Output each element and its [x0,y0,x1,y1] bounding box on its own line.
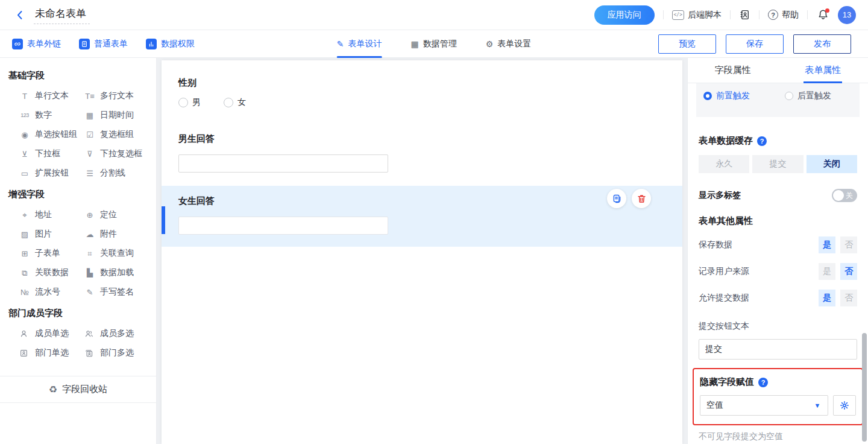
help-button[interactable]: ? 帮助 [768,10,799,21]
backend-script-button[interactable]: </> 后端脚本 [672,10,722,21]
field-item-datetime[interactable]: ▦日期时间 [84,106,156,125]
duplicate-field-button[interactable] [607,189,626,208]
field-item-address[interactable]: ⌖地址 [19,205,84,224]
data-load-icon: ▙ [84,269,95,277]
field-item-signature[interactable]: ✎手写签名 [84,282,156,302]
field-item-subform[interactable]: ⊞子表单 [19,244,84,263]
field-item-dept-multi[interactable]: 部门多选 [84,343,156,363]
field-item-dept-single[interactable]: 部门单选 [19,343,84,363]
notification-dot [825,8,829,13]
delete-field-button[interactable] [632,189,651,208]
tab-form-settings[interactable]: ⚙ 表单设置 [486,30,532,58]
field-female-answer-selected[interactable]: 女生回答 [162,186,682,247]
field-male-answer[interactable]: 男生回答 [178,133,665,173]
radio-pre-trigger[interactable]: 前置触发 [703,90,750,101]
record-source-yes-chip[interactable]: 是 [819,263,835,280]
radio-option-female[interactable]: 女 [224,97,246,108]
form-external-link-button[interactable]: 表单外链 [12,39,61,49]
field-item-divider[interactable]: ☰分割线 [84,163,156,183]
tab-field-properties[interactable]: 字段属性 [688,58,778,83]
chevron-down-icon: ▼ [807,396,828,415]
location-icon: ⊕ [84,211,95,219]
field-item-linked-data[interactable]: ⧉关联数据 [19,263,84,282]
allow-submit-no-chip[interactable]: 否 [840,290,857,306]
help-circle-icon[interactable]: ? [758,378,768,387]
field-gender[interactable]: 性别 男 女 [178,77,665,108]
female-answer-input[interactable] [178,217,388,235]
field-item-number[interactable]: 123数字 [19,106,84,125]
panel-scrollbar[interactable] [862,333,867,442]
field-label: 性别 [178,77,665,89]
radio-post-trigger[interactable]: 后置触发 [785,90,831,101]
code-icon: </> [672,10,684,20]
field-item-multi-line-text[interactable]: T≡多行文本 [84,86,156,106]
allow-submit-row: 允许提交数据 是 否 [699,290,857,306]
serial-number-icon: № [19,288,30,296]
field-item-image[interactable]: ▨图片 [19,224,84,244]
contacts-button[interactable] [739,9,750,21]
field-item-member-single[interactable]: 成员单选 [19,324,84,343]
form-title[interactable]: 未命名表单 [34,5,90,24]
field-recycle-bin-button[interactable]: ♻ 字段回收站 [0,376,156,403]
field-item-linked-query[interactable]: ⌗关联查询 [84,244,156,263]
cache-permanent-button[interactable]: 永久 [699,155,749,173]
app-access-button[interactable]: 应用访问 [594,5,655,25]
multi-tab-toggle[interactable]: 关 [832,189,857,202]
tab-data-management[interactable]: ▦ 数据管理 [410,30,456,58]
select-icon: ⊻ [19,150,30,158]
radio-icon[interactable] [703,92,712,100]
data-permission-button[interactable]: 数据权限 [146,39,195,49]
hidden-field-dropdown[interactable]: 空值 ▼ [700,395,828,416]
cache-close-button[interactable]: 关闭 [807,155,857,173]
field-item-attachment[interactable]: ☁附件 [84,224,156,244]
field-item-single-line-text[interactable]: T单行文本 [19,86,84,106]
multi-select-icon: ⊽ [84,150,95,158]
save-button[interactable]: 保存 [726,34,784,54]
male-answer-input[interactable] [178,154,388,173]
form-canvas[interactable]: 性别 男 女 男生回答 女生回答 [162,60,682,444]
field-item-radio-group[interactable]: ◉单选按钮组 [19,125,84,144]
submit-button-text-label: 提交按钮文本 [699,321,857,332]
field-item-data-load[interactable]: ▙数据加载 [84,263,156,282]
back-button[interactable] [12,7,28,23]
contacts-icon [739,9,750,21]
cache-submit-button[interactable]: 提交 [752,155,803,173]
radio-icon[interactable] [785,92,793,100]
radio-icon[interactable] [224,98,233,107]
subform-icon: ⊞ [19,250,30,258]
save-data-row: 保存数据 是 否 [699,236,857,253]
hidden-field-heading: 隐藏字段赋值 ? [700,376,856,388]
field-item-multi-select[interactable]: ⊽下拉复选框 [84,144,156,163]
copy-icon [612,194,622,204]
normal-form-button[interactable]: 普通表单 [79,39,128,49]
tab-form-design[interactable]: ✎ 表单设计 [337,30,382,58]
field-item-extend-button[interactable]: ▭扩展按钮 [19,163,84,183]
hidden-field-settings-button[interactable] [833,395,856,416]
submit-button-text-input[interactable] [699,339,857,360]
save-data-yes-chip[interactable]: 是 [819,236,835,253]
multi-tab-row: 显示多标签 关 [699,189,857,202]
other-properties-heading: 表单其他属性 [699,215,857,227]
preview-button[interactable]: 预览 [658,34,716,54]
notifications-button[interactable] [816,8,829,22]
trigger-option-box: 前置触发 后置触发 [696,83,860,117]
publish-button[interactable]: 发布 [793,34,851,54]
help-circle-icon[interactable]: ? [757,136,767,146]
field-item-member-multi[interactable]: 成员多选 [84,324,156,343]
field-item-checkbox-group[interactable]: ☑复选框组 [84,125,156,144]
radio-icon[interactable] [178,98,188,107]
recycle-icon: ♻ [49,384,57,395]
field-label: 男生回答 [178,133,665,145]
avatar[interactable]: 13 [838,6,856,24]
tab-form-properties[interactable]: 表单属性 [778,58,868,83]
radio-option-male[interactable]: 男 [178,97,201,108]
allow-submit-yes-chip[interactable]: 是 [819,290,835,306]
field-item-location[interactable]: ⊕定位 [84,205,156,224]
save-data-no-chip[interactable]: 否 [840,236,857,253]
field-item-select[interactable]: ⊻下拉框 [19,144,84,163]
form-toolbar: 表单外链 普通表单 数据权限 ✎ 表单设计 ▦ 数据管理 ⚙ 表单设置 [0,30,868,58]
field-item-serial-number[interactable]: №流水号 [19,282,84,302]
single-line-text-icon: T [19,92,30,100]
linked-query-icon: ⌗ [84,250,95,258]
record-source-no-chip[interactable]: 否 [840,263,857,280]
